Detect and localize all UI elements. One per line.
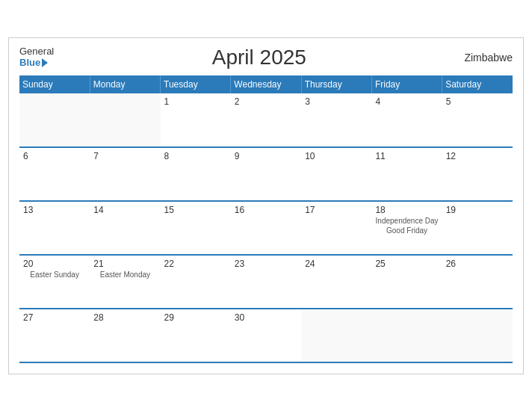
day-number: 7	[93, 151, 156, 161]
day-number: 22	[164, 259, 227, 269]
week-row-1: 6789101112	[19, 147, 513, 201]
day-number: 11	[375, 151, 438, 161]
calendar-cell: 2	[231, 93, 301, 147]
calendar-cell: 7	[90, 147, 160, 201]
calendar-cell: 16	[231, 201, 301, 255]
calendar-cell: 11	[371, 147, 442, 201]
calendar-cell: 23	[231, 255, 301, 309]
day-number: 6	[23, 151, 86, 161]
calendar-cell	[90, 93, 160, 147]
day-number: 29	[164, 312, 227, 323]
calendar-cell: 26	[442, 255, 513, 309]
weekday-header-saturday: Saturday	[442, 75, 513, 93]
day-number: 9	[235, 151, 297, 161]
day-number: 8	[164, 151, 227, 161]
logo-general-text: General	[19, 46, 54, 57]
calendar-cell: 21Easter Monday	[90, 255, 160, 309]
day-number: 14	[93, 205, 156, 215]
calendar-cell: 9	[231, 147, 301, 201]
calendar-cell: 14	[90, 201, 160, 255]
calendar-cell: 30	[231, 309, 301, 362]
day-number: 5	[446, 96, 509, 107]
calendar-cell: 13	[19, 201, 90, 255]
day-number: 23	[235, 259, 297, 269]
weekday-header-friday: Friday	[371, 75, 442, 93]
logo-blue-text: Blue	[19, 58, 54, 68]
calendar-thead: SundayMondayTuesdayWednesdayThursdayFrid…	[19, 75, 513, 93]
calendar-cell	[371, 309, 442, 362]
day-number: 25	[375, 259, 438, 269]
day-number: 19	[446, 205, 509, 215]
weekday-header-wednesday: Wednesday	[231, 75, 301, 93]
week-row-3: 20Easter Sunday21Easter Monday2223242526	[19, 255, 513, 309]
day-number: 17	[305, 205, 368, 215]
calendar-cell: 15	[161, 201, 231, 255]
logo: General Blue	[19, 46, 54, 68]
calendar-cell: 12	[442, 147, 513, 201]
calendar-cell: 1	[161, 93, 231, 147]
day-number: 16	[235, 205, 297, 215]
day-number: 4	[375, 96, 438, 107]
calendar-tbody: 123456789101112131415161718Independence …	[19, 93, 513, 362]
calendar-cell: 25	[371, 255, 442, 309]
calendar-cell: 28	[90, 309, 160, 362]
calendar-cell: 17	[301, 201, 371, 255]
weekday-header-row: SundayMondayTuesdayWednesdayThursdayFrid…	[19, 75, 513, 93]
day-number: 1	[164, 96, 227, 107]
day-number: 24	[305, 259, 368, 269]
day-number: 10	[305, 151, 368, 161]
calendar-cell: 22	[161, 255, 231, 309]
logo-triangle-icon	[42, 58, 48, 67]
day-number: 18	[375, 205, 438, 215]
day-number: 12	[446, 151, 509, 161]
day-number: 13	[23, 205, 86, 215]
day-number: 28	[93, 312, 156, 323]
day-number: 3	[305, 96, 368, 107]
calendar-cell	[442, 309, 513, 362]
calendar-cell: 29	[161, 309, 231, 362]
holiday-label: Easter Monday	[93, 271, 156, 279]
day-number: 30	[235, 312, 297, 323]
calendar-cell: 18Independence DayGood Friday	[371, 201, 442, 255]
calendar-cell: 6	[19, 147, 90, 201]
calendar-cell: 24	[301, 255, 371, 309]
weekday-header-monday: Monday	[90, 75, 160, 93]
day-number: 20	[23, 259, 86, 269]
calendar-table: SundayMondayTuesdayWednesdayThursdayFrid…	[19, 75, 513, 363]
day-number: 2	[235, 96, 297, 107]
calendar-header: General Blue April 2025 Zimbabwe	[19, 46, 513, 69]
calendar-cell: 4	[371, 93, 442, 147]
calendar-cell: 20Easter Sunday	[19, 255, 90, 309]
calendar-country: Zimbabwe	[464, 52, 513, 64]
calendar-container: General Blue April 2025 Zimbabwe SundayM…	[8, 37, 524, 374]
weekday-header-thursday: Thursday	[301, 75, 371, 93]
week-row-4: 27282930	[19, 309, 513, 362]
day-number: 15	[164, 205, 227, 215]
day-number: 26	[446, 259, 509, 269]
calendar-title: April 2025	[212, 46, 306, 69]
day-number: 27	[23, 312, 86, 323]
holiday-label: Good Friday	[375, 226, 438, 235]
calendar-cell: 27	[19, 309, 90, 362]
calendar-cell	[301, 309, 371, 362]
week-row-2: 131415161718Independence DayGood Friday1…	[19, 201, 513, 255]
calendar-cell	[19, 93, 90, 147]
calendar-cell: 19	[442, 201, 513, 255]
day-number: 21	[93, 259, 156, 269]
week-row-0: 12345	[19, 93, 513, 147]
calendar-cell: 10	[301, 147, 371, 201]
holiday-label: Easter Sunday	[23, 271, 86, 279]
weekday-header-tuesday: Tuesday	[161, 75, 231, 93]
weekday-header-sunday: Sunday	[19, 75, 90, 93]
calendar-cell: 5	[442, 93, 513, 147]
holiday-label: Independence Day	[375, 217, 438, 225]
calendar-cell: 3	[301, 93, 371, 147]
calendar-cell: 8	[161, 147, 231, 201]
